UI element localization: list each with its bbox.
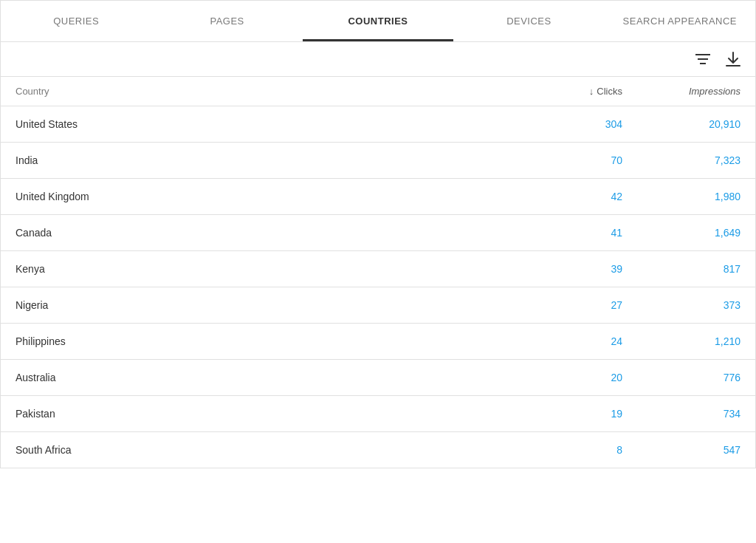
row-country-9: South Africa <box>16 444 504 456</box>
row-impressions-3: 1,649 <box>622 227 740 239</box>
table-row: Australia 20 776 <box>1 360 755 396</box>
row-clicks-3: 41 <box>504 227 622 239</box>
filter-icon[interactable] <box>695 52 711 66</box>
column-header-clicks[interactable]: ↓ Clicks <box>504 86 622 97</box>
table-row: South Africa 8 547 <box>1 432 755 468</box>
row-clicks-9: 8 <box>504 444 622 456</box>
row-clicks-0: 304 <box>504 118 622 130</box>
table-header: Country ↓ Clicks Impressions <box>1 77 755 106</box>
table-row: Kenya 39 817 <box>1 251 755 287</box>
tab-search-appearance[interactable]: SEARCH APPEARANCE <box>605 1 755 41</box>
row-country-0: United States <box>16 118 504 130</box>
row-impressions-8: 734 <box>622 408 740 420</box>
download-icon[interactable] <box>726 51 740 67</box>
row-country-4: Kenya <box>16 263 504 275</box>
row-clicks-7: 20 <box>504 372 622 383</box>
row-clicks-2: 42 <box>504 191 622 202</box>
table-row: Philippines 24 1,210 <box>1 324 755 360</box>
row-impressions-6: 1,210 <box>622 335 740 347</box>
row-country-1: India <box>16 154 504 166</box>
row-impressions-2: 1,980 <box>622 191 740 202</box>
tab-pages[interactable]: PAGES <box>151 1 302 41</box>
table-row: India 70 7,323 <box>1 143 755 179</box>
row-impressions-4: 817 <box>622 263 740 275</box>
row-country-7: Australia <box>16 372 504 383</box>
table-row: United States 304 20,910 <box>1 106 755 143</box>
row-impressions-0: 20,910 <box>622 118 740 130</box>
row-country-3: Canada <box>16 227 504 239</box>
row-clicks-1: 70 <box>504 154 622 166</box>
row-country-5: Nigeria <box>16 299 504 311</box>
tab-navigation: QUERIES PAGES COUNTRIES DEVICES SEARCH A… <box>1 1 755 42</box>
row-clicks-5: 27 <box>504 299 622 311</box>
row-impressions-9: 547 <box>622 444 740 456</box>
table-row: Pakistan 19 734 <box>1 396 755 432</box>
row-impressions-7: 776 <box>622 372 740 383</box>
column-header-country: Country <box>16 86 504 97</box>
clicks-label: Clicks <box>597 86 622 97</box>
row-country-8: Pakistan <box>16 408 504 420</box>
row-impressions-1: 7,323 <box>622 154 740 166</box>
row-clicks-6: 24 <box>504 335 622 347</box>
data-table: Country ↓ Clicks Impressions United Stat… <box>1 77 755 468</box>
tab-queries[interactable]: QUERIES <box>1 1 151 41</box>
table-row: Canada 41 1,649 <box>1 215 755 251</box>
tab-countries[interactable]: COUNTRIES <box>303 1 453 41</box>
row-impressions-5: 373 <box>622 299 740 311</box>
row-country-6: Philippines <box>16 335 504 347</box>
row-country-2: United Kingdom <box>16 191 504 202</box>
sort-arrow-icon: ↓ <box>589 86 594 97</box>
row-clicks-8: 19 <box>504 408 622 420</box>
table-row: United Kingdom 42 1,980 <box>1 179 755 215</box>
main-container: QUERIES PAGES COUNTRIES DEVICES SEARCH A… <box>0 0 756 468</box>
table-row: Nigeria 27 373 <box>1 287 755 324</box>
toolbar <box>1 42 755 77</box>
table-body: United States 304 20,910 India 70 7,323 … <box>1 106 755 468</box>
tab-devices[interactable]: DEVICES <box>453 1 604 41</box>
column-header-impressions[interactable]: Impressions <box>622 86 740 97</box>
row-clicks-4: 39 <box>504 263 622 275</box>
